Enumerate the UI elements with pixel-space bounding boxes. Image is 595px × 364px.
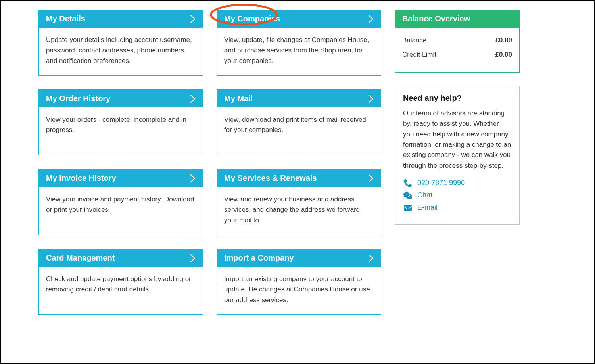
- balance-overview-card: Balance Overview Balance £0.00 Credit Li…: [395, 10, 520, 73]
- my-companies-desc: View, update, file changes at Companies …: [217, 28, 381, 75]
- my-invoice-history-title: My Invoice History: [46, 174, 116, 183]
- balance-label: Balance: [402, 36, 426, 44]
- balance-value: £0.00: [495, 36, 512, 44]
- chevron-right-icon: [368, 254, 374, 262]
- help-body: Our team of advisors are standing by, re…: [403, 108, 511, 171]
- my-mail-title: My Mail: [224, 94, 253, 103]
- help-phone-text: 020 7871 9990: [417, 179, 465, 187]
- help-chat-link[interactable]: Chat: [403, 191, 511, 199]
- balance-row: Balance £0.00: [402, 33, 512, 48]
- chat-icon: [403, 192, 413, 199]
- card-management-card: Card Management Check and update payment…: [38, 249, 203, 315]
- dashboard-grid: My Details Update your details including…: [38, 10, 557, 315]
- chevron-right-icon: [190, 174, 196, 183]
- my-invoice-history-header[interactable]: My Invoice History: [39, 169, 203, 187]
- card-management-desc: Check and update payment options by addi…: [39, 267, 203, 314]
- help-phone-link[interactable]: 020 7871 9990: [403, 179, 511, 187]
- credit-limit-row: Credit Limit £0.00: [402, 48, 512, 62]
- chevron-right-icon: [190, 15, 196, 23]
- chevron-right-icon: [190, 254, 196, 262]
- my-services-desc: View and renew your business and address…: [217, 187, 381, 235]
- my-services-card: My Services & Renewals View and renew yo…: [217, 169, 381, 235]
- my-mail-header[interactable]: My Mail: [217, 90, 381, 107]
- email-icon: [403, 205, 413, 211]
- phone-icon: [403, 179, 413, 187]
- my-services-header[interactable]: My Services & Renewals: [217, 169, 381, 187]
- import-company-title: Import a Company: [224, 253, 294, 262]
- column-2: My Companies View, update, file changes …: [217, 10, 381, 315]
- help-email-link[interactable]: E-mail: [403, 203, 511, 212]
- my-order-history-desc: View your orders - complete, incomplete …: [39, 107, 203, 155]
- my-invoice-history-desc: View your invoice and payment history. D…: [39, 187, 203, 235]
- credit-limit-value: £0.00: [495, 51, 512, 59]
- column-1: My Details Update your details including…: [38, 10, 203, 315]
- balance-overview-header: Balance Overview: [395, 10, 519, 28]
- import-company-header[interactable]: Import a Company: [217, 249, 381, 267]
- help-email-text: E-mail: [417, 203, 438, 212]
- my-invoice-history-card: My Invoice History View your invoice and…: [38, 169, 203, 235]
- import-company-desc: Import an existing company to your accou…: [217, 267, 381, 314]
- chevron-right-icon: [368, 15, 374, 23]
- my-details-desc: Update your details including account us…: [39, 28, 203, 75]
- my-order-history-card: My Order History View your orders - comp…: [38, 89, 203, 155]
- balance-overview-title: Balance Overview: [402, 14, 512, 23]
- my-order-history-title: My Order History: [46, 94, 110, 103]
- my-order-history-header[interactable]: My Order History: [39, 90, 203, 107]
- my-details-title: My Details: [46, 14, 85, 23]
- help-title: Need any help?: [403, 94, 511, 103]
- my-details-header[interactable]: My Details: [39, 10, 203, 28]
- my-mail-card: My Mail View, download and print items o…: [217, 89, 381, 155]
- credit-limit-label: Credit Limit: [402, 51, 436, 59]
- my-companies-card: My Companies View, update, file changes …: [217, 10, 381, 76]
- chevron-right-icon: [368, 174, 374, 183]
- my-mail-desc: View, download and print items of mail r…: [217, 107, 381, 155]
- my-companies-title: My Companies: [224, 14, 280, 23]
- chevron-right-icon: [368, 94, 374, 103]
- help-chat-text: Chat: [417, 191, 432, 199]
- import-company-card: Import a Company Import an existing comp…: [217, 249, 381, 315]
- chevron-right-icon: [190, 94, 196, 103]
- my-details-card: My Details Update your details including…: [38, 10, 203, 76]
- column-3: Balance Overview Balance £0.00 Credit Li…: [395, 10, 520, 225]
- my-companies-header[interactable]: My Companies: [217, 10, 381, 28]
- help-card: Need any help? Our team of advisors are …: [395, 86, 520, 225]
- my-services-title: My Services & Renewals: [224, 174, 317, 183]
- card-management-header[interactable]: Card Management: [39, 249, 203, 267]
- card-management-title: Card Management: [46, 253, 115, 262]
- balance-overview-body: Balance £0.00 Credit Limit £0.00: [395, 28, 519, 72]
